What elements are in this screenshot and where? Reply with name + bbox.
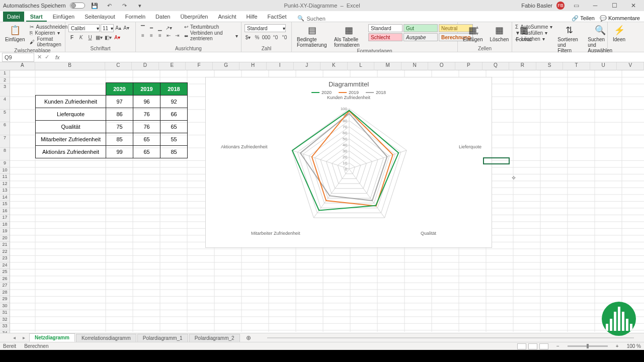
column-header[interactable]: T	[563, 62, 590, 70]
save-icon[interactable]: 💾	[89, 3, 100, 9]
font-name-combo[interactable]: Calibri▾	[68, 24, 100, 32]
delete-cells-button[interactable]: ▦Löschen	[488, 24, 511, 42]
sheet-tab[interactable]: Netzdiagramm	[29, 333, 75, 342]
column-header[interactable]: L	[348, 62, 375, 70]
row-header[interactable]: 10	[0, 167, 10, 174]
percent-icon[interactable]: %	[254, 34, 261, 41]
column-header[interactable]: H	[239, 62, 267, 70]
column-header[interactable]: J	[294, 62, 321, 70]
row-header[interactable]: 23	[0, 255, 10, 262]
table-header[interactable]: 2018	[160, 83, 188, 96]
active-cell[interactable]	[483, 157, 510, 164]
tab-hilfe[interactable]: Hilfe	[243, 12, 262, 22]
row-header[interactable]: 27	[0, 283, 10, 290]
insert-cells-button[interactable]: ▦Einfügen	[461, 24, 485, 42]
row-header[interactable]: 4	[0, 97, 10, 109]
column-header[interactable]: V	[617, 62, 644, 70]
row-header[interactable]: 11	[0, 174, 10, 181]
underline-button[interactable]: U	[87, 34, 94, 41]
column-header[interactable]: B	[35, 62, 105, 70]
currency-icon[interactable]: $▾	[245, 34, 252, 41]
format-as-table-button[interactable]: ▦ Als Tabelle formatieren	[332, 24, 365, 48]
autosave-toggle[interactable]	[70, 3, 85, 9]
column-header[interactable]: M	[374, 62, 401, 70]
align-right-icon[interactable]: ≡	[156, 32, 164, 39]
font-color-button[interactable]: A▾	[114, 34, 121, 41]
merge-center-button[interactable]: ⬌ Verbinden und zentrieren ▾	[184, 30, 238, 41]
name-box[interactable]: Q9	[2, 53, 34, 62]
column-header[interactable]: F	[186, 62, 213, 70]
autosum-button[interactable]: Σ AutoSumme ▾	[515, 24, 552, 30]
align-top-icon[interactable]: ▔	[139, 24, 147, 31]
zoom-level[interactable]: 100 %	[627, 343, 641, 349]
tab-start[interactable]: Start	[26, 12, 47, 22]
sheet-tab[interactable]: Polardiagramm_1	[137, 334, 188, 342]
column-header[interactable]: E	[159, 62, 186, 70]
row-header[interactable]: 33	[0, 323, 10, 330]
clear-button[interactable]: ◇ Löschen ▾	[515, 36, 552, 42]
style-ausgabe[interactable]: Ausgabe	[404, 33, 438, 41]
maximize-icon[interactable]: ☐	[607, 2, 622, 9]
style-standard[interactable]: Standard	[368, 24, 403, 32]
ribbon-options-icon[interactable]: ▭	[569, 2, 584, 9]
sort-filter-button[interactable]: ⇅Sortieren und Filtern	[555, 24, 583, 53]
row-header[interactable]: 22	[0, 249, 10, 256]
column-header[interactable]: D	[132, 62, 159, 70]
radar-chart[interactable]: Diagrammtitel 2020 2019 2018 01020304050…	[205, 77, 492, 248]
row-header[interactable]: 34	[0, 330, 10, 333]
zoom-slider[interactable]	[568, 345, 608, 347]
row-header[interactable]: 16	[0, 208, 10, 215]
tab-formeln[interactable]: Formeln	[121, 12, 149, 22]
column-header[interactable]: N	[401, 62, 429, 70]
fill-color-button[interactable]: ◧▾	[105, 34, 112, 41]
wrap-text-button[interactable]: ↩ Textumbruch	[184, 24, 238, 30]
column-header[interactable]: K	[320, 62, 348, 70]
dec-decimal-icon[interactable]: ˅0	[281, 34, 288, 41]
style-gut[interactable]: Gut	[404, 24, 438, 32]
column-header[interactable]: C	[105, 62, 132, 70]
row-header[interactable]: 21	[0, 242, 10, 249]
row-header[interactable]: 30	[0, 303, 10, 310]
italic-button[interactable]: K	[77, 34, 85, 41]
formula-enter-icon[interactable]: ✓	[45, 54, 49, 60]
tab-ueberpruefen[interactable]: Überprüfen	[176, 12, 212, 22]
thousands-icon[interactable]: 000	[263, 34, 270, 41]
view-normal-icon[interactable]	[517, 343, 526, 349]
add-sheet-button[interactable]: ⊕	[241, 333, 256, 342]
row-header[interactable]: 15	[0, 201, 10, 208]
shrink-font-icon[interactable]: A▾	[123, 24, 130, 31]
grow-font-icon[interactable]: A▴	[115, 24, 122, 31]
font-size-combo[interactable]: 11▾	[101, 24, 114, 32]
orientation-icon[interactable]: ↗▾	[165, 24, 173, 31]
conditional-formatting-button[interactable]: ▤ Bedingte Formatierung	[295, 24, 329, 48]
indent-dec-icon[interactable]: ⇤	[165, 32, 173, 39]
minimize-icon[interactable]: ─	[588, 2, 603, 9]
close-icon[interactable]: ✕	[626, 2, 641, 9]
tab-factset[interactable]: FactSet	[264, 12, 291, 22]
column-header[interactable]: A	[10, 62, 35, 70]
align-middle-icon[interactable]: ━	[147, 24, 155, 31]
row-header[interactable]: 31	[0, 310, 10, 317]
cut-button[interactable]: ✂ Ausschneiden	[30, 24, 67, 30]
row-header[interactable]: 6	[0, 122, 10, 135]
sheet-tab[interactable]: Korrelationsdiagramm	[76, 334, 136, 342]
tab-datei[interactable]: Datei	[3, 12, 24, 22]
search-box[interactable]: 🔍 Suchen	[292, 15, 325, 22]
zoom-in-icon[interactable]: +	[616, 343, 619, 349]
number-format-combo[interactable]: Standard▾	[245, 24, 286, 32]
row-header[interactable]: 13	[0, 188, 10, 195]
share-button[interactable]: 🔗 Teilen	[572, 15, 595, 22]
copy-button[interactable]: ⎘ Kopieren ▾	[30, 30, 67, 36]
worksheet-grid[interactable]: ABCDEFGHIJKLMNOPQRSTUV 12345678910111213…	[0, 62, 644, 333]
undo-icon[interactable]: ↶	[104, 3, 115, 9]
row-header[interactable]: 18	[0, 222, 10, 229]
indent-inc-icon[interactable]: ⇥	[173, 32, 181, 39]
user-avatar[interactable]: FB	[556, 2, 565, 10]
row-header[interactable]: 9	[0, 160, 10, 167]
tab-daten[interactable]: Daten	[151, 12, 174, 22]
row-header[interactable]: 26	[0, 276, 10, 283]
customize-qat-icon[interactable]: ▾	[134, 3, 145, 9]
view-page-break-icon[interactable]	[539, 343, 548, 349]
row-header[interactable]: 3	[0, 84, 10, 97]
formula-cancel-icon[interactable]: ✕	[37, 54, 42, 60]
